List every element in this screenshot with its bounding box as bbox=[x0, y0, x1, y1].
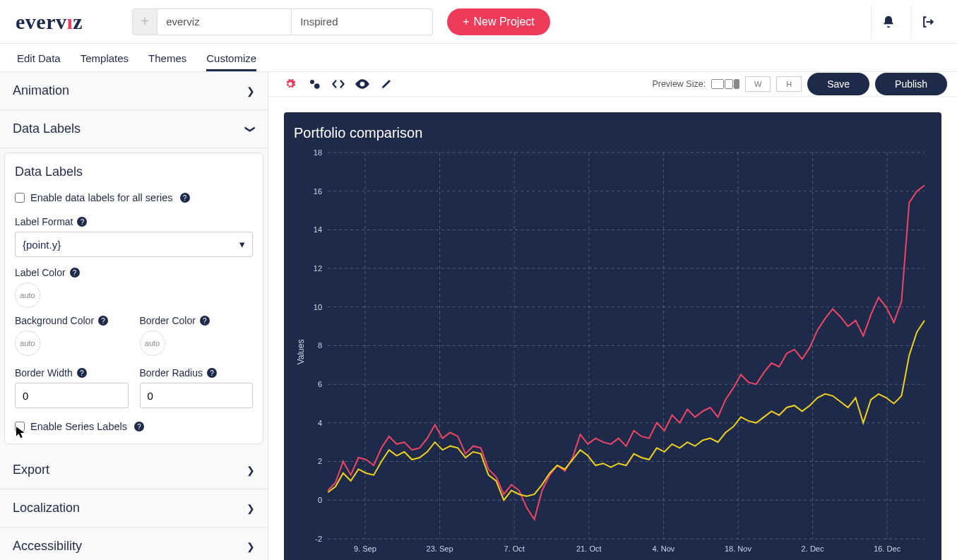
breadcrumb-org[interactable]: everviz bbox=[157, 8, 292, 35]
help-icon[interactable]: ? bbox=[77, 217, 87, 227]
chart-title: Portfolio comparison bbox=[294, 125, 932, 141]
chart-plot[interactable]: -20246810121416189. Sep23. Sep7. Oct21. … bbox=[294, 147, 932, 557]
help-icon[interactable]: ? bbox=[70, 268, 80, 278]
enable-series-labels-label: Enable Series Labels bbox=[30, 421, 127, 432]
logout-icon[interactable] bbox=[910, 5, 944, 39]
svg-text:16: 16 bbox=[314, 187, 322, 196]
eye-icon[interactable] bbox=[350, 72, 374, 96]
svg-text:6: 6 bbox=[318, 380, 322, 388]
device-desktop[interactable] bbox=[711, 79, 724, 89]
tab-edit-data[interactable]: Edit Data bbox=[17, 52, 61, 71]
logo[interactable]: evervız bbox=[16, 10, 83, 34]
topbar: evervız + everviz Inspired + New Project bbox=[0, 0, 957, 44]
svg-text:16. Dec: 16. Dec bbox=[874, 544, 900, 553]
tab-templates[interactable]: Templates bbox=[81, 52, 129, 71]
svg-text:2: 2 bbox=[318, 458, 322, 466]
help-icon[interactable]: ? bbox=[207, 368, 217, 378]
device-tablet[interactable] bbox=[725, 79, 733, 89]
help-icon[interactable]: ? bbox=[77, 368, 87, 378]
background-color-swatch[interactable]: auto bbox=[15, 330, 40, 356]
border-color-label: Border Color? bbox=[140, 315, 254, 326]
help-icon[interactable]: ? bbox=[98, 316, 108, 326]
panel-animation[interactable]: Animation❯ bbox=[0, 72, 268, 110]
preview-width-input[interactable] bbox=[745, 76, 771, 92]
svg-text:2. Dec: 2. Dec bbox=[802, 544, 824, 553]
data-labels-body: Data Labels Enable data labels for all s… bbox=[4, 153, 263, 444]
breadcrumb: + everviz Inspired bbox=[132, 8, 433, 35]
tab-customize[interactable]: Customize bbox=[206, 52, 256, 71]
preview-size-label: Preview Size: bbox=[652, 79, 706, 89]
save-button[interactable]: Save bbox=[807, 73, 869, 95]
cursor-icon bbox=[16, 427, 26, 439]
chart-pane: Preview Size: Save Publish Portfolio com… bbox=[268, 72, 957, 560]
panel-localization[interactable]: Localization❯ bbox=[0, 489, 268, 528]
device-phone[interactable] bbox=[734, 79, 739, 89]
chart-toolbar: Preview Size: Save Publish bbox=[268, 72, 957, 97]
help-icon[interactable]: ? bbox=[180, 193, 190, 203]
svg-text:10: 10 bbox=[314, 303, 322, 311]
add-breadcrumb-button[interactable]: + bbox=[132, 8, 157, 35]
panel-export[interactable]: Export❯ bbox=[0, 451, 268, 489]
enable-all-label: Enable data labels for all series bbox=[30, 192, 173, 203]
data-labels-title: Data Labels bbox=[15, 165, 253, 179]
label-color-swatch[interactable]: auto bbox=[15, 282, 40, 308]
svg-text:Values: Values bbox=[296, 340, 306, 365]
chevron-right-icon: ❯ bbox=[246, 541, 255, 552]
panel-data-labels[interactable]: Data Labels❯ bbox=[0, 110, 268, 148]
chevron-right-icon: ❯ bbox=[246, 85, 255, 97]
plus-icon: + bbox=[463, 16, 469, 28]
label-format-label: Label Format? bbox=[15, 216, 253, 227]
gear-icon[interactable] bbox=[278, 72, 302, 96]
label-color-label: Label Color? bbox=[15, 267, 253, 278]
border-radius-label: Border Radius? bbox=[140, 367, 254, 379]
svg-point-0 bbox=[310, 80, 314, 84]
svg-text:7. Oct: 7. Oct bbox=[504, 544, 524, 553]
svg-text:8: 8 bbox=[318, 341, 322, 350]
svg-text:4. Nov: 4. Nov bbox=[652, 544, 674, 553]
background-color-label: Background Color? bbox=[15, 315, 129, 326]
svg-text:12: 12 bbox=[314, 264, 322, 273]
border-width-label: Border Width? bbox=[15, 367, 129, 379]
preview-height-input[interactable] bbox=[776, 76, 802, 92]
panel-accessibility[interactable]: Accessibility❯ bbox=[0, 528, 268, 560]
chevron-right-icon: ❯ bbox=[246, 503, 255, 514]
chart: Portfolio comparison -20246810121416189.… bbox=[284, 112, 941, 560]
help-icon[interactable]: ? bbox=[134, 422, 144, 431]
enable-all-checkbox[interactable] bbox=[15, 193, 25, 203]
border-radius-input[interactable] bbox=[140, 383, 254, 408]
chevron-down-icon: ❯ bbox=[245, 125, 256, 133]
svg-text:4: 4 bbox=[318, 419, 322, 427]
breadcrumb-project[interactable]: Inspired bbox=[292, 8, 433, 35]
border-color-swatch[interactable]: auto bbox=[140, 330, 165, 356]
tab-strip: Edit Data Templates Themes Customize bbox=[0, 44, 957, 72]
gears-icon[interactable] bbox=[302, 72, 326, 96]
svg-text:18. Nov: 18. Nov bbox=[725, 544, 751, 553]
svg-text:23. Sep: 23. Sep bbox=[427, 544, 453, 553]
svg-point-1 bbox=[314, 83, 320, 89]
label-format-select[interactable]: {point.y}▾ bbox=[15, 232, 253, 257]
svg-text:21. Oct: 21. Oct bbox=[576, 544, 602, 553]
preview-devices bbox=[711, 79, 739, 89]
svg-text:0: 0 bbox=[318, 496, 322, 504]
code-icon[interactable] bbox=[326, 72, 350, 96]
notifications-icon[interactable] bbox=[871, 5, 905, 39]
border-width-input[interactable] bbox=[15, 383, 129, 408]
svg-text:9. Sep: 9. Sep bbox=[354, 544, 376, 553]
svg-text:18: 18 bbox=[314, 148, 322, 157]
svg-text:14: 14 bbox=[314, 225, 322, 234]
pencil-icon[interactable] bbox=[374, 72, 398, 96]
caret-down-icon: ▾ bbox=[239, 238, 245, 251]
publish-button[interactable]: Publish bbox=[875, 73, 947, 95]
tab-themes[interactable]: Themes bbox=[148, 52, 186, 71]
new-project-button[interactable]: + New Project bbox=[447, 8, 550, 35]
help-icon[interactable]: ? bbox=[200, 316, 210, 326]
chevron-right-icon: ❯ bbox=[246, 465, 255, 476]
customize-sidebar: Animation❯ Data Labels❯ Data Labels Enab… bbox=[0, 72, 268, 560]
svg-text:-2: -2 bbox=[315, 535, 322, 543]
